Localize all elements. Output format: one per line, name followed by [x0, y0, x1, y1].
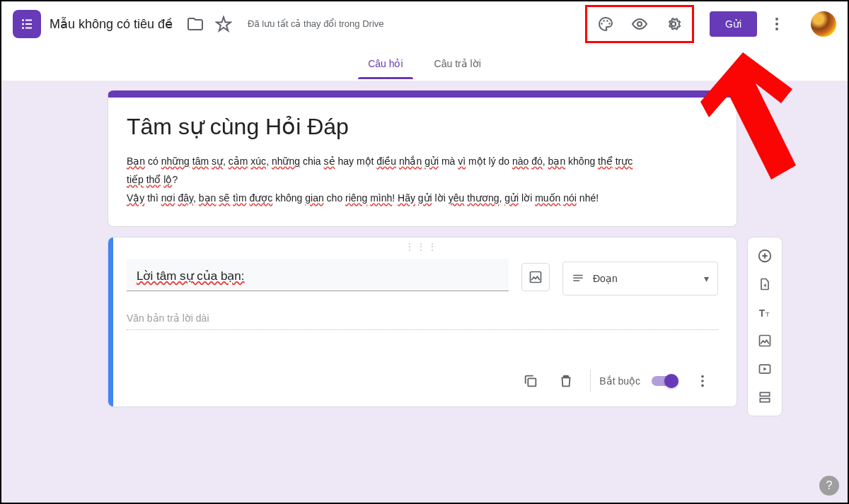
answer-placeholder: Văn bản trả lời dài: [127, 312, 718, 330]
add-video-icon[interactable]: [752, 356, 778, 382]
svg-point-9: [608, 23, 610, 24]
svg-point-12: [775, 18, 778, 20]
svg-rect-28: [760, 392, 769, 396]
divider: [590, 370, 591, 392]
tab-questions[interactable]: Câu hỏi: [365, 48, 405, 79]
avatar[interactable]: [811, 11, 836, 37]
help-icon[interactable]: ?: [819, 476, 839, 496]
add-image-toolbar-icon[interactable]: [752, 328, 778, 353]
svg-point-13: [775, 23, 778, 25]
question-type-label: Đoạn: [593, 273, 618, 284]
star-icon[interactable]: [209, 10, 238, 38]
form-title[interactable]: Tâm sự cùng Hỏi Đáp: [127, 113, 718, 140]
question-more-icon[interactable]: [687, 365, 718, 397]
forms-logo[interactable]: [13, 10, 41, 38]
paragraph-icon: [572, 272, 584, 285]
svg-rect-26: [760, 335, 770, 346]
drag-handle-icon[interactable]: ⋮⋮⋮: [127, 242, 718, 252]
import-question-icon[interactable]: [752, 271, 778, 297]
save-status: Đã lưu tất cả thay đổi trong Drive: [248, 18, 383, 30]
add-image-icon[interactable]: [521, 263, 550, 291]
gear-icon[interactable]: [659, 10, 688, 38]
form-header-card[interactable]: Tâm sự cùng Hỏi Đáp Bạn có những tâm sự,…: [108, 90, 737, 227]
svg-point-11: [671, 22, 676, 26]
svg-text:T: T: [759, 307, 766, 318]
svg-rect-16: [573, 274, 583, 276]
question-footer: Bắt buộc: [127, 358, 718, 397]
required-label: Bắt buộc: [599, 375, 640, 387]
svg-rect-29: [760, 398, 769, 402]
question-type-dropdown[interactable]: Đoạn ▾: [562, 262, 718, 295]
svg-rect-0: [22, 19, 24, 21]
add-question-icon[interactable]: [752, 243, 778, 269]
svg-point-22: [701, 384, 704, 387]
svg-rect-2: [22, 23, 24, 25]
chevron-down-icon: ▾: [704, 273, 709, 284]
svg-rect-18: [573, 280, 579, 281]
svg-point-20: [701, 375, 704, 377]
delete-icon[interactable]: [550, 365, 582, 397]
svg-rect-19: [529, 378, 536, 386]
svg-point-21: [701, 380, 704, 382]
svg-rect-4: [22, 27, 24, 29]
annotation-highlight: [585, 5, 694, 43]
svg-point-6: [601, 23, 602, 24]
svg-rect-1: [25, 20, 32, 21]
svg-point-10: [637, 22, 642, 26]
header-actions: Gửi: [585, 5, 836, 43]
svg-rect-5: [25, 28, 32, 29]
svg-rect-15: [531, 271, 541, 282]
document-title[interactable]: Mẫu không có tiêu đề: [50, 16, 173, 32]
svg-point-14: [775, 28, 778, 30]
add-section-icon[interactable]: [752, 385, 778, 410]
palette-icon[interactable]: [591, 10, 620, 38]
annotation-arrow: [679, 52, 807, 187]
question-title-input[interactable]: Lời tâm sự của bạn:: [127, 259, 509, 291]
svg-rect-3: [25, 23, 32, 25]
form-description[interactable]: Bạn có những tâm sự, cảm xúc, những chia…: [127, 153, 718, 208]
required-toggle[interactable]: [652, 376, 677, 386]
svg-rect-17: [573, 277, 583, 279]
add-title-icon[interactable]: TT: [752, 300, 778, 325]
svg-point-7: [603, 20, 604, 21]
floating-toolbar: TT: [747, 237, 782, 416]
send-button[interactable]: Gửi: [710, 11, 757, 37]
app-header: Mẫu không có tiêu đề Đã lưu tất cả thay …: [1, 1, 848, 47]
duplicate-icon[interactable]: [515, 365, 546, 397]
svg-text:T: T: [766, 310, 770, 317]
eye-icon[interactable]: [625, 10, 654, 38]
svg-point-8: [606, 20, 608, 21]
question-card[interactable]: ⋮⋮⋮ Lời tâm sự của bạn: Đoạn ▾ Văn bản t…: [108, 237, 737, 407]
tab-responses[interactable]: Câu trả lời: [432, 48, 484, 79]
more-icon[interactable]: [763, 10, 791, 38]
folder-icon[interactable]: [181, 10, 209, 38]
